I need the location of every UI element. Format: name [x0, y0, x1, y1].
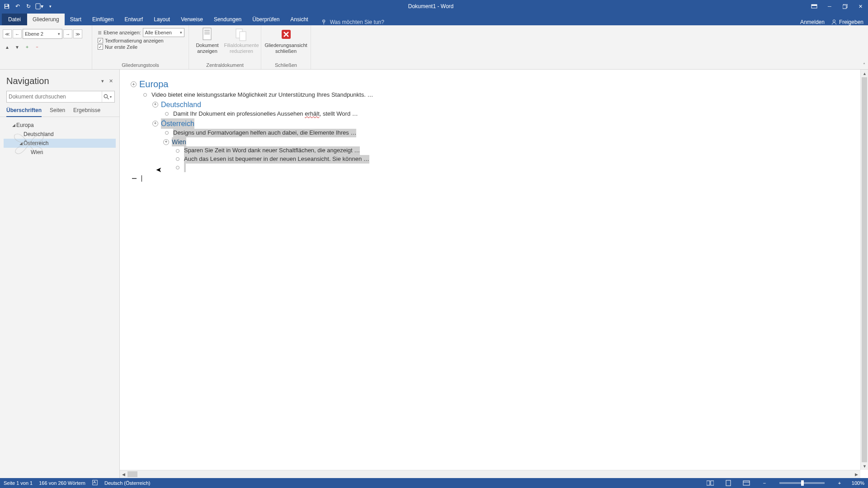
body-text[interactable]: Designs und Formatvorlagen helfen auch d… [173, 129, 356, 137]
view-web-button[interactable] [741, 479, 752, 487]
vertical-scrollbar[interactable]: ▲ ▼ [860, 70, 868, 470]
close-outline-button[interactable]: Gliederungsansicht schließen [264, 26, 308, 54]
tab-layout[interactable]: Layout [148, 14, 175, 25]
ribbon: ≪ ← Ebene 2▾ → ≫ ▲ ▼ ＋ － x ≣ Ebene anzei… [0, 25, 868, 70]
navigation-pane: Navigation ▾ ✕ ▾ Überschriften Seiten Er… [0, 70, 120, 478]
share-label: Freigeben [839, 19, 863, 25]
expand-icon[interactable]: + [152, 102, 158, 108]
minimize-button[interactable]: ─ [822, 0, 837, 13]
demote-to-body-button[interactable]: ≫ [73, 29, 82, 38]
redo-button[interactable]: ↻ [24, 1, 33, 11]
heading-2[interactable]: Deutschland [161, 99, 201, 110]
show-level-label: Ebene anzeigen: [104, 30, 141, 35]
body-text[interactable]: Video bietet eine leistungsstarke Möglic… [151, 91, 373, 99]
navigation-title: Navigation [6, 76, 99, 86]
scroll-down-button[interactable]: ▼ [861, 462, 868, 470]
tab-insert[interactable]: Einfügen [87, 14, 119, 25]
zoom-value[interactable]: 100% [852, 480, 864, 486]
body-text[interactable] [184, 164, 186, 172]
share-button[interactable]: Freigeben [831, 19, 863, 25]
heading-2[interactable]: Österreich [161, 118, 194, 129]
first-line-only-checkbox[interactable]: ✓Nur erste Zeile [98, 44, 184, 50]
nav-tab-headings[interactable]: Überschriften [6, 107, 42, 117]
move-up-button[interactable]: ▲ [3, 42, 12, 52]
restore-button[interactable] [837, 0, 853, 13]
horizontal-scrollbar[interactable]: ◀ ▶ [120, 470, 860, 478]
undo-button[interactable]: ↶ [13, 1, 23, 11]
scroll-thumb[interactable] [862, 77, 867, 462]
move-down-button[interactable]: ▼ [13, 42, 22, 52]
nav-tab-results[interactable]: Ergebnisse [73, 107, 100, 117]
status-proofing-icon[interactable] [92, 479, 98, 487]
tab-outline[interactable]: Gliederung [27, 14, 65, 25]
expand-icon[interactable]: + [131, 81, 137, 87]
svg-rect-6 [843, 5, 846, 9]
ribbon-display-button[interactable] [807, 0, 822, 13]
subdocs-icon [234, 27, 249, 42]
svg-rect-1 [5, 7, 9, 9]
zoom-out-button[interactable]: − [759, 479, 770, 487]
body-text[interactable]: Auch das Lesen ist bequemer in der neuen… [184, 155, 369, 164]
expand-icon[interactable]: + [163, 139, 169, 145]
collapse-button[interactable]: － [33, 42, 42, 52]
zoom-in-button[interactable]: + [834, 479, 845, 487]
scroll-right-button[interactable]: ▶ [853, 470, 860, 478]
tell-me-placeholder: Was möchten Sie tun? [330, 19, 384, 25]
scroll-up-button[interactable]: ▲ [861, 70, 868, 77]
tab-mailings[interactable]: Sendungen [208, 14, 247, 25]
tab-view[interactable]: Ansicht [285, 14, 313, 25]
status-words[interactable]: 166 von 260 Wörtern [39, 480, 85, 486]
zoom-thumb[interactable] [801, 480, 804, 486]
status-language[interactable]: Deutsch (Österreich) [104, 480, 150, 486]
group-master-label: Zentraldokument [192, 61, 258, 69]
view-read-button[interactable] [704, 479, 716, 487]
close-button[interactable]: ✕ [853, 0, 868, 13]
svg-rect-22 [743, 481, 750, 485]
signin-link[interactable]: Anmelden [800, 19, 825, 25]
tab-draw[interactable]: Entwurf [119, 14, 148, 25]
show-formatting-checkbox[interactable]: ✓Textformatierung anzeigen [98, 38, 184, 43]
svg-rect-13 [204, 33, 210, 34]
tab-home[interactable]: Start [65, 14, 87, 25]
qat-customize-button[interactable]: ▾ [45, 1, 55, 11]
show-document-button[interactable]: Dokument anzeigen [192, 26, 223, 54]
tab-references[interactable]: Verweise [175, 14, 208, 25]
svg-point-8 [323, 21, 324, 22]
view-print-button[interactable] [722, 479, 734, 487]
promote-to-h1-button[interactable]: ≪ [3, 29, 12, 38]
promote-button[interactable]: ← [13, 29, 22, 38]
heading-3[interactable]: Wien [172, 137, 186, 146]
scroll-left-button[interactable]: ◀ [120, 470, 127, 478]
nav-tree: ◢Europa Deutschland ◢Österreich Wien [0, 117, 119, 160]
bullet-icon [163, 110, 170, 117]
document-area[interactable]: +Europa Video bietet eine leistungsstark… [120, 70, 868, 478]
nav-search-box[interactable]: ▾ [6, 91, 115, 103]
collapse-ribbon-button[interactable]: ˄ [863, 62, 865, 67]
tab-file[interactable]: Datei [2, 14, 27, 25]
touch-mode-button[interactable]: ▾ [34, 1, 44, 11]
bullet-icon [174, 155, 181, 163]
demote-button[interactable]: → [63, 29, 72, 38]
nav-search-input[interactable] [9, 94, 102, 100]
expand-button[interactable]: ＋ [23, 42, 32, 52]
nav-pane-options-button[interactable]: ▾ [99, 77, 107, 85]
status-page[interactable]: Seite 1 von 1 [4, 480, 33, 486]
nav-pane-close-button[interactable]: ✕ [107, 77, 115, 85]
close-icon [279, 27, 293, 42]
window-title: Dokument1 - Word [55, 3, 807, 9]
body-dash-icon [131, 175, 138, 182]
bullet-icon [142, 91, 149, 99]
outline-level-select[interactable]: Ebene 2▾ [23, 29, 62, 39]
body-text[interactable]: Sparen Sie Zeit in Word dank neuer Schal… [184, 146, 360, 155]
expand-icon[interactable]: + [152, 121, 158, 127]
scroll-thumb[interactable] [127, 471, 137, 477]
save-button[interactable] [2, 1, 12, 11]
tab-review[interactable]: Überprüfen [247, 14, 285, 25]
body-text[interactable]: Damit Ihr Dokument ein professionelles A… [173, 110, 358, 118]
nav-tab-pages[interactable]: Seiten [50, 107, 65, 117]
show-level-select[interactable]: Alle Ebenen▾ [143, 28, 184, 37]
zoom-slider[interactable] [779, 482, 825, 484]
heading-1[interactable]: Europa [139, 78, 169, 91]
tell-me-search[interactable]: Was möchten Sie tun? [314, 19, 384, 25]
nav-search-button[interactable]: ▾ [102, 91, 113, 102]
